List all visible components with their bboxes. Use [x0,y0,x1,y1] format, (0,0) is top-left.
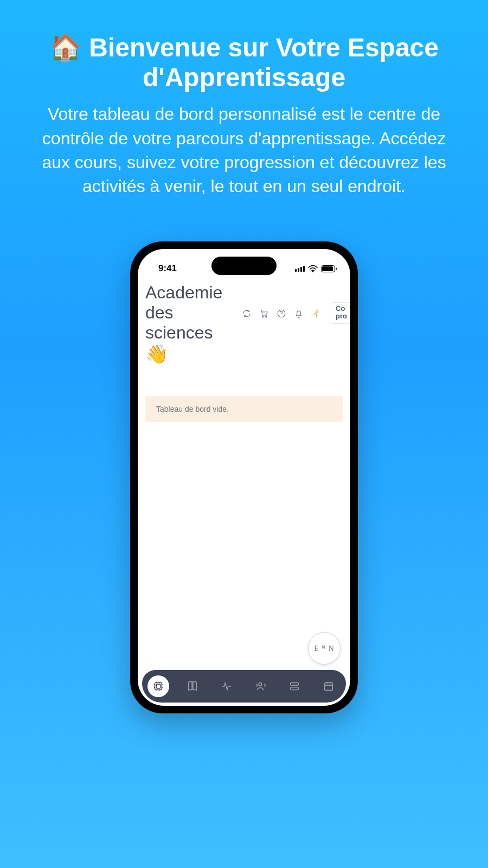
dynamic-island [211,257,277,275]
nav-dashboard-button[interactable] [147,675,169,697]
status-indicators [295,265,335,272]
badge-line2: pro [336,312,349,320]
app-title: Academie des sciences 👋 [145,283,237,365]
wifi-icon [308,265,318,272]
hero-title-text: Bienvenue sur Votre Espace d'Apprentissa… [89,33,439,92]
nav-community-button[interactable] [249,675,271,697]
help-icon[interactable] [277,309,286,318]
phone-screen: 9:41 Academie des sciences 👋 [138,249,350,706]
svg-point-4 [317,310,318,311]
nav-courses-button[interactable] [182,675,203,697]
sync-icon[interactable] [242,309,252,318]
cart-icon[interactable] [259,309,269,318]
nav-activity-button[interactable] [216,675,237,697]
hero-title: 🏠 Bienvenue sur Votre Espace d'Apprentis… [22,33,466,92]
svg-point-2 [266,316,267,317]
profile-badge[interactable]: Co pro [331,302,350,324]
badge-line1: Co [336,305,349,312]
svg-rect-9 [291,687,299,690]
signal-icon [295,265,305,272]
svg-point-7 [259,683,262,686]
nav-list-button[interactable] [284,675,305,697]
svg-rect-5 [155,683,162,690]
app-title-text: Academie des sciences [145,283,222,342]
header-toolbar [242,283,321,318]
svg-point-1 [262,316,264,317]
house-icon: 🏠 [49,33,82,62]
empty-dashboard-notice: Tableau de bord vide. [145,396,343,422]
svg-point-0 [312,271,314,272]
fab-label: E ᴺ N [314,644,335,653]
brand-fab[interactable]: E ᴺ N [308,632,341,665]
phone-frame: 9:41 Academie des sciences 👋 [130,241,358,713]
svg-rect-8 [291,683,299,686]
svg-rect-6 [156,684,160,688]
marketing-hero: 🏠 Bienvenue sur Votre Espace d'Apprentis… [0,0,488,214]
activity-person-icon[interactable] [311,309,321,318]
wave-icon: 👋 [145,343,237,365]
status-time: 9:41 [158,263,177,274]
app-header: Academie des sciences 👋 [138,278,350,369]
nav-calendar-button[interactable] [318,675,339,697]
svg-rect-10 [325,683,333,691]
hero-description: Votre tableau de bord personnalisé est l… [27,102,461,198]
bell-icon[interactable] [294,309,304,318]
bottom-nav [142,670,346,703]
battery-icon [321,265,335,272]
